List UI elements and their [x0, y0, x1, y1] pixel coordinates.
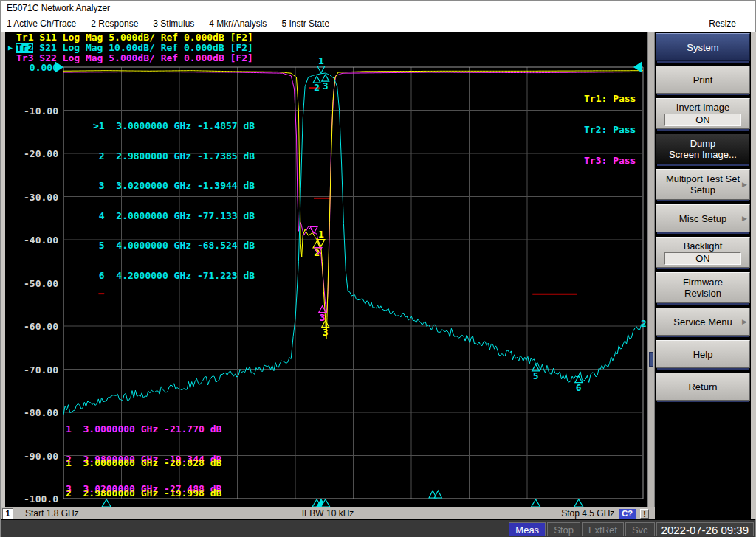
status-stop-indicator: Stop	[547, 522, 580, 536]
softkey-label: Screen Image...	[669, 149, 737, 160]
softkey-value: ON	[664, 252, 741, 265]
softkey-label: Setup	[690, 184, 715, 195]
submenu-arrow-icon: ▶	[742, 213, 747, 224]
y-axis-label: 0.000	[7, 62, 58, 73]
window-title: E5071C Network Analyzer	[7, 3, 110, 13]
marker-label: 1	[318, 55, 324, 66]
softkey-label: Help	[693, 349, 713, 360]
active-trace-arrow-slot	[8, 32, 16, 43]
menu-item-stimulus[interactable]: 3 Stimulus	[153, 18, 194, 29]
marker-row: 5 4.0000000 GHz -68.524 dB	[93, 240, 255, 251]
softkey-label: Service Menu	[673, 316, 732, 328]
y-axis-label: -10.00	[7, 105, 58, 117]
softkey-label: Revision	[684, 288, 721, 299]
softkey-label: Firmware	[683, 277, 723, 288]
instrument-screen-area: 1235612332 Tr1 S11 Log Mag 5.000dB/ Ref …	[1, 32, 755, 519]
y-axis-label: -60.00	[7, 321, 58, 332]
softkey-invert-image[interactable]: Invert ImageON	[656, 98, 750, 129]
y-axis-label: -40.00	[7, 235, 58, 246]
marker-label: 1	[318, 229, 324, 240]
marker-row: 3 3.0200000 GHz -1.3944 dB	[93, 181, 255, 191]
softkey-backlight[interactable]: BacklightON	[656, 237, 750, 268]
marker-row: 6 4.2000000 GHz -71.223 dB	[93, 271, 255, 281]
softkey-scrollbar[interactable]	[647, 32, 655, 507]
menu-item-instr-state[interactable]: 5 Instr State	[281, 18, 329, 29]
trace1-status[interactable]: Tr1 S11 Log Mag 5.000dB/ Ref 0.000dB [F2…	[8, 32, 253, 43]
trace3-pass-status: Tr3: Pass	[584, 156, 636, 166]
softkey-label: Multiport Test Set	[666, 173, 740, 184]
active-trace-arrow-icon: ▶	[8, 43, 16, 53]
softkey-service-menu[interactable]: Service Menu▶	[656, 308, 750, 336]
softkey-system[interactable]: System	[656, 33, 750, 61]
window-frame-right	[751, 32, 756, 519]
ifbw-label: IFBW 10 kHz	[302, 508, 354, 519]
app-window: E5071C Network Analyzer 1 Active Ch/Trac…	[0, 0, 756, 537]
start-frequency-label: Start 1.8 GHz	[25, 508, 79, 519]
softkey-multiport-test-set-setup[interactable]: Multiport Test SetSetup▶	[656, 169, 750, 200]
status-extref-indicator: ExtRef	[582, 522, 624, 536]
menu-item-response[interactable]: 2 Response	[91, 18, 138, 29]
marker-label: 2	[314, 82, 320, 93]
marker-row: 1 3.0000000 GHz -20.828 dB	[66, 458, 221, 468]
y-axis-label: -30.00	[7, 192, 58, 203]
softkey-return[interactable]: Return	[656, 373, 750, 401]
measurement-screen: 1235612332 Tr1 S11 Log Mag 5.000dB/ Ref …	[5, 32, 647, 507]
trace-status-header: Tr1 S11 Log Mag 5.000dB/ Ref 0.000dB [F2…	[8, 32, 253, 63]
y-axis-label: -20.00	[7, 148, 58, 159]
softkey-label: Return	[688, 381, 717, 392]
marker-table-trace2: >1 3.0000000 GHz -1.4857 dB 2 2.9800000 …	[93, 101, 255, 300]
y-axis-label: -90.00	[7, 451, 58, 462]
y-axis-label: -70.00	[7, 364, 58, 375]
stimulus-status-strip: 1 Start 1.8 GHz IFBW 10 kHz Stop 4.5 GHz…	[1, 507, 655, 519]
y-axis-label: -100.0	[7, 493, 58, 505]
status-meas-indicator: Meas	[509, 522, 546, 536]
submenu-arrow-icon: ▶	[742, 179, 747, 190]
softkey-firmware-revision[interactable]: FirmwareRevision	[656, 272, 750, 303]
datetime-display: 2022-07-26 09:39	[656, 522, 754, 536]
menubar: 1 Active Ch/Trace 2 Response 3 Stimulus …	[1, 15, 755, 32]
softkey-value: ON	[664, 114, 741, 126]
softkey-label: Invert Image	[676, 102, 729, 113]
marker-label: 3	[323, 327, 329, 338]
marker-label: 6	[576, 382, 582, 393]
limit-test-result-box: Tr1: Pass Tr2: Pass Tr3: Pass	[584, 73, 636, 187]
softkey-misc-setup[interactable]: Misc Setup▶	[656, 204, 750, 232]
axis-marker-triangle[interactable]	[574, 499, 583, 507]
axis-marker-triangle[interactable]	[434, 491, 441, 498]
marker-table-trace1: 1 3.0000000 GHz -20.828 dB 2 2.9800000 G…	[66, 438, 221, 507]
marker-label: 5	[533, 370, 539, 381]
instrument-status-bar: Meas Stop ExtRef Svc 2022-07-26 09:39	[1, 519, 755, 537]
menu-item-active-ch-trace[interactable]: 1 Active Ch/Trace	[7, 18, 76, 29]
softkey-label: Dump	[690, 138, 716, 149]
channel-indicator: 1	[2, 508, 13, 519]
trace2-pass-status: Tr2: Pass	[584, 125, 636, 135]
status-svc-indicator: Svc	[625, 522, 655, 536]
marker-row: 1 3.0000000 GHz -21.770 dB	[66, 424, 221, 434]
axis-marker-triangle[interactable]	[532, 499, 540, 507]
softkey-print[interactable]: Print	[656, 66, 750, 94]
softkey-label: System	[687, 42, 718, 53]
y-axis-label: -80.00	[7, 407, 58, 418]
scrollbar-thumb[interactable]	[649, 352, 653, 367]
trace2-status[interactable]: ▶Tr2 S21 Log Mag 10.00dB/ Ref 0.000dB [F…	[8, 43, 253, 53]
reference-level-marker-right[interactable]	[633, 61, 642, 73]
trace-number-label: 2	[641, 318, 647, 329]
marker-label: 3	[320, 312, 326, 323]
marker-row: >1 3.0000000 GHz -1.4857 dB	[93, 121, 255, 131]
calibration-badge: C?	[619, 509, 636, 519]
marker-label: 3	[323, 80, 329, 91]
stop-frequency-label: Stop 4.5 GHz	[561, 508, 614, 519]
softkey-dump-screen-image[interactable]: DumpScreen Image...	[656, 134, 750, 164]
softkey-label: Print	[693, 75, 713, 86]
warning-indicator: !	[640, 509, 649, 519]
submenu-arrow-icon: ▶	[742, 316, 747, 328]
marker-row: 4 2.0000000 GHz -77.133 dB	[93, 211, 255, 221]
menu-item-mkr-analysis[interactable]: 4 Mkr/Analysis	[209, 18, 267, 29]
marker-row: 2 2.9800000 GHz -19.998 dB	[66, 488, 221, 499]
softkey-help[interactable]: Help	[656, 340, 750, 368]
resize-control[interactable]: Resize	[709, 18, 736, 29]
y-axis-label: -50.00	[7, 278, 58, 289]
softkey-label: Misc Setup	[679, 213, 726, 224]
marker-row: 2 2.9800000 GHz -1.7385 dB	[93, 151, 255, 162]
softkey-label: Backlight	[684, 240, 723, 252]
